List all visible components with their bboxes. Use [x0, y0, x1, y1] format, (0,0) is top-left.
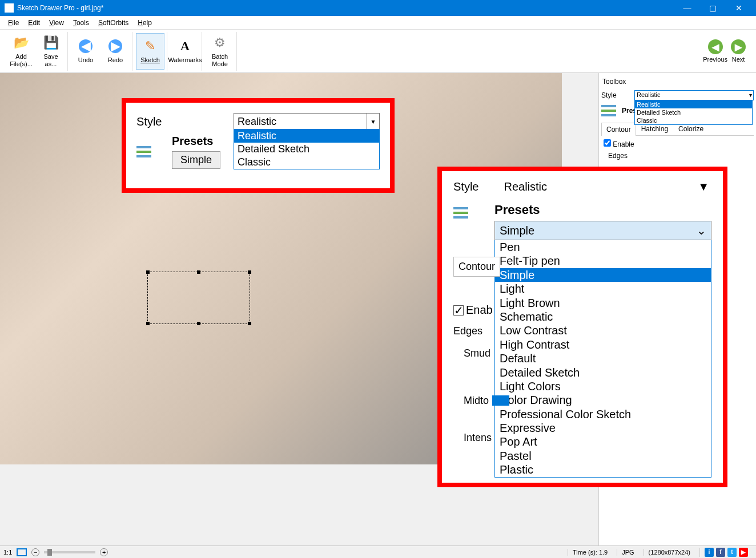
style-label: Style: [601, 91, 630, 99]
toolbox-title: Toolbox: [601, 75, 754, 88]
style-label: Style: [453, 180, 478, 193]
menu-view[interactable]: View: [46, 18, 67, 28]
batch-mode-icon: ⚙: [212, 35, 228, 51]
menu-edit[interactable]: Edit: [25, 18, 43, 28]
preset-option[interactable]: Simple: [495, 268, 711, 282]
selection-handle[interactable]: [248, 270, 251, 274]
selection-rectangle[interactable]: [147, 272, 250, 324]
preset-option[interactable]: Detailed Sketch: [495, 366, 711, 379]
info-icon[interactable]: i: [705, 548, 714, 557]
preset-option[interactable]: Expressive: [495, 421, 711, 435]
redo-button[interactable]: ▶ Redo: [101, 33, 130, 70]
save-icon: 💾: [43, 35, 59, 51]
titlebar: Sketch Drawer Pro - girl.jpg* — ▢ ✕: [0, 0, 756, 16]
callout-style-panel: Style Realistic ▼ Realistic Detailed Ske…: [122, 98, 395, 193]
style-select[interactable]: Realistic ▼: [501, 179, 711, 195]
preset-option[interactable]: Schematic: [495, 310, 711, 324]
preset-dropdown: PenFelt-Tip penSimpleLightLight BrownSch…: [494, 240, 711, 478]
save-as-button[interactable]: 💾 Save as...: [37, 33, 65, 70]
tab-contour[interactable]: Contour: [601, 123, 636, 136]
preset-option[interactable]: Pastel: [495, 449, 711, 463]
style-option[interactable]: Realistic: [635, 100, 752, 108]
preset-option[interactable]: Light Brown: [495, 296, 711, 310]
window-controls: — ▢ ✕: [674, 0, 751, 16]
undo-button[interactable]: ◀ Undo: [71, 33, 100, 70]
preset-option[interactable]: Professional Color Sketch: [495, 407, 711, 421]
selection-handle[interactable]: [248, 322, 251, 325]
statusbar: 1:1 − + Time (s): 1.9 JPG (1280x877x24) …: [0, 545, 756, 558]
style-option[interactable]: Classic: [635, 116, 752, 124]
preset-button[interactable]: Simple: [172, 151, 220, 169]
chevron-down-icon: ▼: [367, 114, 379, 130]
preset-option[interactable]: Plastic: [495, 463, 711, 476]
intensity-label: Intens: [464, 432, 509, 444]
selection-handle[interactable]: [146, 322, 150, 325]
watermarks-icon: A: [177, 38, 193, 54]
preset-option[interactable]: Pen: [495, 240, 711, 254]
preset-option[interactable]: Light: [495, 282, 711, 296]
preset-option[interactable]: Low Contrast: [495, 324, 711, 337]
selection-handle[interactable]: [197, 322, 200, 325]
style-option[interactable]: Classic: [234, 156, 379, 169]
previous-icon: ◀: [708, 39, 723, 54]
fit-window-icon[interactable]: [17, 548, 27, 556]
maximize-button[interactable]: ▢: [700, 0, 726, 16]
chevron-down-icon: ▼: [698, 180, 709, 193]
twitter-icon[interactable]: t: [727, 548, 737, 557]
window-title: Sketch Drawer Pro - girl.jpg*: [17, 4, 674, 12]
watermarks-button[interactable]: A Watermarks: [171, 33, 199, 70]
preset-select[interactable]: Simple ⌄: [494, 221, 711, 240]
enable-checkbox[interactable]: Enable: [604, 140, 634, 148]
style-option[interactable]: Detailed Sketch: [635, 108, 752, 116]
add-files-button[interactable]: 📂 Add File(s)...: [7, 33, 35, 70]
selection-handle[interactable]: [197, 270, 200, 274]
facebook-icon[interactable]: f: [716, 548, 725, 557]
style-option[interactable]: Detailed Sketch: [234, 143, 379, 156]
batch-mode-button[interactable]: ⚙ Batch Mode: [206, 33, 234, 70]
tab-contour[interactable]: Contour: [453, 257, 500, 277]
style-select[interactable]: Realistic ▼ Realistic Detailed Sketch Cl…: [234, 113, 380, 130]
preset-option[interactable]: Default: [495, 351, 711, 365]
sketch-button[interactable]: ✎ Sketch: [136, 33, 164, 70]
menu-tools[interactable]: Tools: [70, 18, 93, 28]
preset-option[interactable]: Color Drawing: [495, 393, 711, 407]
next-icon: ▶: [731, 39, 746, 54]
presets-label: Presets: [172, 135, 220, 148]
previous-button[interactable]: ◀ Previous: [703, 39, 727, 63]
style-option[interactable]: Realistic: [234, 130, 379, 143]
preset-option[interactable]: Light Colors: [495, 379, 711, 393]
slider-track[interactable]: [492, 395, 509, 406]
style-dropdown: Realistic Detailed Sketch Classic: [634, 100, 753, 125]
callout-presets-panel: Style Realistic ▼ Presets Simple ⌄ PenFe…: [437, 167, 727, 487]
chevron-down-icon: ▾: [749, 92, 752, 98]
zoom-out-button[interactable]: −: [31, 548, 39, 556]
slider-group: Edges Smud Midto Intens: [453, 315, 509, 454]
minimize-button[interactable]: —: [674, 0, 700, 16]
selection-handle[interactable]: [146, 270, 150, 274]
menu-file[interactable]: File: [5, 18, 22, 28]
style-select[interactable]: Realistic ▾ Realistic Detailed Sketch Cl…: [634, 90, 754, 100]
zoom-in-button[interactable]: +: [100, 548, 108, 556]
style-label: Style: [136, 115, 216, 128]
app-icon: [5, 3, 14, 13]
preset-option[interactable]: Felt-Tip pen: [495, 254, 711, 268]
close-button[interactable]: ✕: [726, 0, 751, 16]
zoom-slider[interactable]: [44, 551, 95, 553]
smudging-label: Smud: [464, 347, 509, 359]
chevron-down-icon: ⌄: [697, 224, 706, 237]
youtube-icon[interactable]: ▶: [739, 548, 748, 557]
zoom-ratio: 1:1: [3, 549, 12, 556]
redo-icon: ▶: [107, 38, 123, 54]
style-dropdown: Realistic Detailed Sketch Classic: [234, 129, 380, 169]
social-links: i f t ▶: [699, 548, 753, 557]
enable-checkbox[interactable]: ✓: [453, 305, 464, 316]
status-format: JPG: [617, 549, 638, 556]
next-button[interactable]: ▶ Next: [731, 39, 746, 63]
menu-softorbits[interactable]: SoftOrbits: [95, 18, 132, 28]
status-time: Time (s): 1.9: [568, 549, 612, 556]
preset-option[interactable]: High Contrast: [495, 338, 711, 351]
edges-label: Edges: [453, 325, 509, 337]
preset-option[interactable]: Pop Art: [495, 435, 711, 448]
menu-help[interactable]: Help: [134, 18, 155, 28]
sliders-icon: [453, 203, 483, 220]
